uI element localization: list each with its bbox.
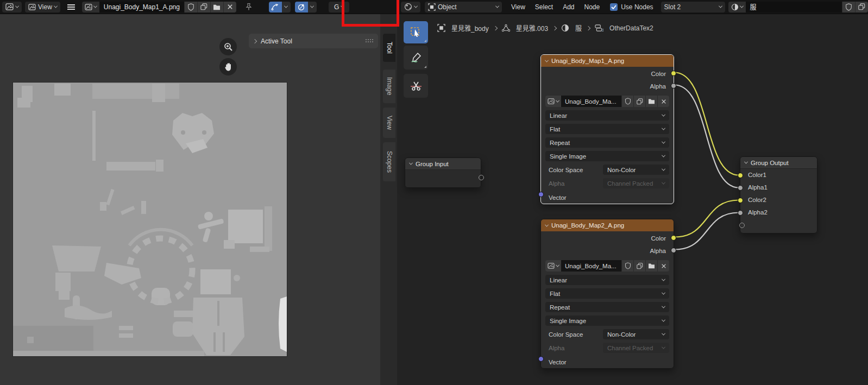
menu-select[interactable]: Select bbox=[530, 3, 558, 11]
image-texture-node-1[interactable]: Unagi_Body_Map1_A.png Color Alpha Unagi_… bbox=[540, 54, 674, 204]
annotate-tool[interactable] bbox=[404, 46, 428, 70]
group-input-node[interactable]: Group Input bbox=[405, 157, 481, 188]
gizmo-dropdown[interactable]: G bbox=[329, 2, 349, 12]
extension-select[interactable]: Repeat bbox=[545, 302, 669, 312]
alpha-mode-select[interactable]: Channel Packed bbox=[603, 178, 669, 188]
pan-gizmo[interactable] bbox=[219, 58, 237, 75]
slot-dropdown[interactable]: Slot 2 bbox=[661, 2, 725, 12]
socket-vector-in[interactable] bbox=[538, 356, 544, 362]
group-output-virtual-socket[interactable] bbox=[739, 223, 745, 228]
uv-texture-image[interactable] bbox=[13, 83, 287, 356]
use-nodes-label: Use Nodes bbox=[621, 3, 653, 11]
breadcrumb-mesh[interactable]: 星見雅.003 bbox=[516, 23, 548, 33]
projection-select[interactable]: Flat bbox=[545, 288, 669, 299]
active-tool-panel-header[interactable]: Active Tool bbox=[249, 34, 378, 48]
collapse-icon[interactable] bbox=[545, 223, 549, 226]
fake-user-button[interactable] bbox=[621, 260, 633, 272]
image-name-field[interactable]: Unagi_Body_Ma... bbox=[561, 260, 621, 272]
fake-user-button[interactable] bbox=[621, 96, 633, 107]
collapse-icon[interactable] bbox=[409, 161, 413, 165]
socket-color-out[interactable] bbox=[671, 235, 676, 241]
group-output-node[interactable]: Group Output Color1 Alpha1 Color2 Alpha2 bbox=[740, 156, 817, 233]
snapping-toggle[interactable] bbox=[295, 2, 317, 12]
alpha-mode-select[interactable]: Channel Packed bbox=[603, 343, 669, 353]
duplicate-icon bbox=[200, 3, 207, 10]
image-name-field[interactable]: Unagi_Body_Map1_A.png bbox=[99, 2, 184, 12]
socket-color1-in[interactable] bbox=[738, 173, 743, 178]
duplicate-icon bbox=[637, 98, 643, 105]
image-browse-button[interactable] bbox=[545, 260, 561, 272]
unlink-image-button[interactable] bbox=[223, 2, 236, 12]
image-icon bbox=[85, 4, 92, 10]
breadcrumb: 星見雅_body 星見雅.003 服 3 OtherDataTex2 bbox=[437, 23, 653, 33]
group-input-virtual-socket[interactable] bbox=[479, 175, 484, 180]
panel-grip-icon[interactable] bbox=[366, 39, 374, 43]
sidebar-tab-strip: Tool Image View Scopes bbox=[380, 14, 397, 385]
tab-scopes[interactable]: Scopes bbox=[383, 142, 395, 181]
editor-mode-dropdown[interactable]: View bbox=[25, 2, 60, 12]
chevron-down-icon bbox=[556, 263, 559, 267]
extension-select[interactable]: Repeat bbox=[545, 137, 669, 148]
new-image-button[interactable] bbox=[633, 96, 645, 107]
menu-node[interactable]: Node bbox=[580, 3, 605, 11]
collapse-icon[interactable] bbox=[545, 58, 549, 62]
proportional-edit-dropdown[interactable] bbox=[282, 2, 291, 12]
socket-alpha1-in[interactable] bbox=[738, 185, 743, 191]
fake-user-button[interactable] bbox=[184, 2, 197, 12]
zoom-gizmo[interactable] bbox=[219, 38, 237, 55]
socket-alpha-out[interactable] bbox=[671, 83, 676, 89]
scissors-icon bbox=[410, 80, 423, 92]
shader-type-dropdown[interactable]: Object bbox=[425, 2, 502, 12]
use-nodes-checkbox[interactable] bbox=[610, 3, 618, 11]
new-image-button[interactable] bbox=[633, 260, 645, 272]
material-fake-user-button[interactable] bbox=[842, 2, 855, 12]
output-color-label: Color bbox=[545, 232, 669, 245]
color-space-select[interactable]: Non-Color bbox=[603, 165, 669, 175]
material-browse-button[interactable] bbox=[728, 2, 746, 12]
socket-color2-in[interactable] bbox=[738, 198, 743, 203]
tab-tool[interactable]: Tool bbox=[383, 34, 395, 62]
socket-vector-in[interactable] bbox=[538, 192, 544, 197]
tool-more-indicator bbox=[424, 40, 426, 42]
tool-more-indicator bbox=[424, 66, 426, 68]
breadcrumb-object[interactable]: 星見雅_body bbox=[451, 23, 489, 33]
open-image-button[interactable] bbox=[210, 2, 223, 12]
unlink-image-button[interactable] bbox=[657, 260, 669, 272]
image-texture-node-2[interactable]: Unagi_Body_Map2_A.png Color Alpha Unagi_… bbox=[540, 219, 674, 369]
socket-alpha-out[interactable] bbox=[671, 248, 676, 253]
chevron-down-icon bbox=[341, 4, 344, 8]
new-image-button[interactable] bbox=[197, 2, 210, 12]
unlink-image-button[interactable] bbox=[657, 96, 669, 107]
menu-view[interactable]: View bbox=[506, 3, 530, 11]
source-select[interactable]: Single Image bbox=[545, 315, 669, 326]
tab-image[interactable]: Image bbox=[383, 70, 395, 103]
interpolation-select[interactable]: Linear bbox=[545, 110, 669, 121]
tweak-select-tool[interactable] bbox=[404, 21, 428, 43]
proportional-edit-toggle[interactable] bbox=[269, 2, 291, 12]
image-name-field[interactable]: Unagi_Body_Ma... bbox=[561, 96, 621, 107]
links-cut-tool[interactable] bbox=[404, 74, 428, 98]
collapse-icon[interactable] bbox=[744, 160, 748, 164]
editor-type-dropdown[interactable] bbox=[2, 2, 22, 12]
material-name-field[interactable]: 服 bbox=[746, 2, 842, 12]
projection-select[interactable]: Flat bbox=[545, 124, 669, 134]
snapping-dropdown[interactable] bbox=[308, 2, 317, 12]
open-image-button[interactable] bbox=[645, 260, 657, 272]
image-browse-button[interactable] bbox=[545, 96, 561, 107]
interpolation-select[interactable]: Linear bbox=[545, 275, 669, 285]
color-space-select[interactable]: Non-Color bbox=[603, 329, 669, 339]
slot-label: Slot 2 bbox=[664, 3, 681, 11]
socket-alpha2-in[interactable] bbox=[738, 210, 743, 216]
pin-button[interactable] bbox=[242, 2, 256, 12]
collapsed-menus-button[interactable] bbox=[64, 2, 79, 12]
menu-add[interactable]: Add bbox=[558, 3, 579, 11]
image-browse-button[interactable] bbox=[82, 2, 99, 12]
breadcrumb-material[interactable]: 服 bbox=[575, 23, 582, 33]
material-copy-button[interactable] bbox=[855, 2, 868, 12]
editor-type-dropdown-shader[interactable] bbox=[401, 2, 420, 12]
breadcrumb-node-group[interactable]: OtherDataTex2 bbox=[609, 24, 653, 32]
tab-view[interactable]: View bbox=[383, 108, 395, 138]
source-select[interactable]: Single Image bbox=[545, 151, 669, 161]
socket-color-out[interactable] bbox=[671, 71, 676, 76]
open-image-button[interactable] bbox=[645, 96, 657, 107]
